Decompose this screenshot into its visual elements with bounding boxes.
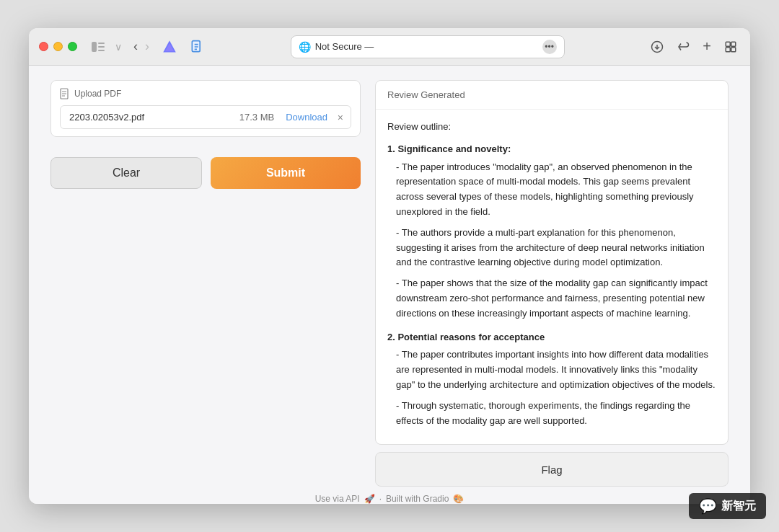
document-icon-button[interactable] [187,37,207,57]
download-toolbar-button[interactable] [648,37,666,56]
review-body[interactable]: Review outline: 1. Significance and nove… [376,110,728,444]
address-more-button[interactable]: ••• [542,40,557,54]
wechat-watermark: 💬 新智元 [689,493,766,519]
section-1-title: 1. Significance and novelty: [387,142,716,157]
pdf-icon [60,88,70,99]
address-text: Not Secure — [315,41,535,52]
close-window-button[interactable] [39,42,48,51]
review-container: Review Generated Review outline: 1. Sign… [375,80,729,445]
sidebar-toggle-button[interactable] [89,39,107,55]
section-1-bullet-1: - The paper introduces "modality gap", a… [387,160,716,220]
title-bar: ∨ ‹ › 🌐 Not Secure — ••• [29,28,750,66]
svg-rect-6 [192,40,200,51]
svg-rect-3 [98,50,105,51]
svg-rect-13 [731,42,736,46]
svg-rect-12 [726,42,730,46]
svg-rect-15 [731,47,736,51]
traffic-lights [39,42,77,51]
footer-rocket-icon: 🚀 [364,494,375,504]
upload-label: Upload PDF [74,89,121,99]
vite-icon-button[interactable] [159,37,180,57]
back-button[interactable]: ‹ [131,36,141,57]
left-panel: Upload PDF 2203.02053v2.pdf 17.3 MB Down… [50,80,361,487]
globe-icon: 🌐 [299,41,311,53]
wechat-text: 新智元 [721,499,756,514]
review-outline-title: Review outline: [387,120,716,135]
file-size: 17.3 MB [239,112,274,123]
main-layout: Upload PDF 2203.02053v2.pdf 17.3 MB Down… [50,80,729,487]
section-2-bullet-2: - Through systematic, thorough experimen… [387,399,716,429]
nav-buttons: ‹ › [131,36,152,57]
footer-gradio-text: Built with Gradio [386,494,449,504]
tabs-button[interactable] [721,37,740,56]
svg-rect-14 [726,47,730,51]
remove-file-button[interactable]: × [336,110,345,125]
share-button[interactable] [674,37,692,56]
action-buttons: Clear Submit [50,157,361,189]
right-panel: Review Generated Review outline: 1. Sign… [375,80,729,487]
app-content: Upload PDF 2203.02053v2.pdf 17.3 MB Down… [29,66,750,504]
maximize-window-button[interactable] [68,42,77,51]
section-2-title: 2. Potential reasons for acceptance [387,330,716,345]
footer: Use via API 🚀 · Built with Gradio 🎨 [50,487,729,504]
footer-separator: · [379,494,382,504]
clear-button[interactable]: Clear [50,157,202,189]
file-row: 2203.02053v2.pdf 17.3 MB Download × [60,105,351,129]
right-toolbar: + [648,35,740,58]
review-header: Review Generated [376,81,728,110]
wechat-icon: 💬 [699,497,717,515]
svg-rect-2 [98,46,105,48]
submit-button[interactable]: Submit [211,157,361,189]
section-1-bullet-3: - The paper shows that the size of the m… [387,276,716,321]
footer-gradio-icon: 🎨 [453,494,464,504]
address-bar-container: 🌐 Not Secure — ••• [214,35,641,58]
section-1-bullet-2: - The authors provide a multi-part expla… [387,226,716,270]
footer-api-text: Use via API [315,494,360,504]
toolbar-icons: ∨ [89,39,123,55]
upload-header: Upload PDF [60,88,351,99]
svg-rect-1 [98,43,105,44]
minimize-window-button[interactable] [53,42,63,51]
file-name: 2203.02053v2.pdf [69,112,239,123]
svg-rect-0 [92,42,97,52]
upload-box: Upload PDF 2203.02053v2.pdf 17.3 MB Down… [50,80,361,137]
section-2-bullet-1: - The paper contributes important insigh… [387,347,716,392]
download-link[interactable]: Download [286,112,327,123]
forward-button[interactable]: › [142,36,152,57]
flag-button[interactable]: Flag [375,452,729,487]
new-tab-button[interactable]: + [700,35,714,58]
address-bar[interactable]: 🌐 Not Secure — ••• [291,35,565,58]
browser-window: ∨ ‹ › 🌐 Not Secure — ••• [29,28,750,504]
